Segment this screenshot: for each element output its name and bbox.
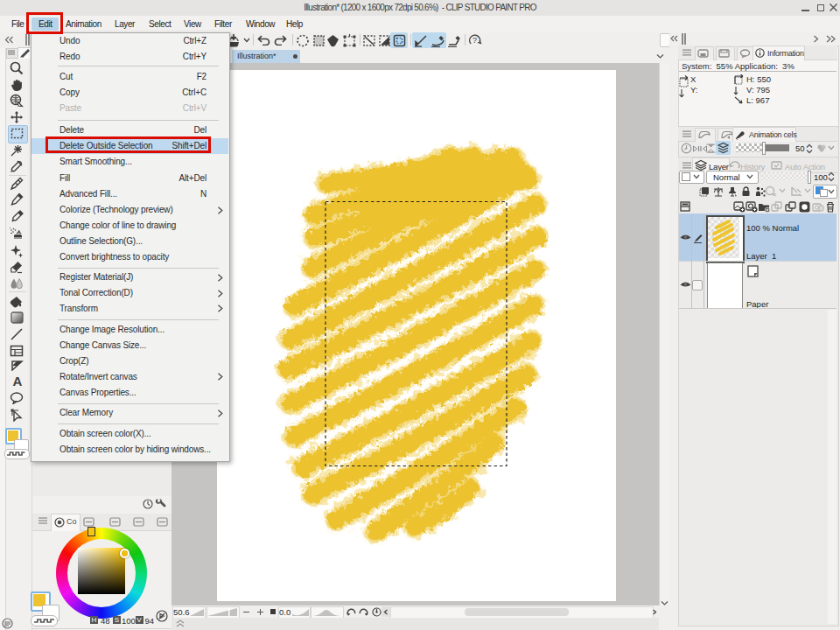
svg-text:?: ? (472, 36, 477, 45)
